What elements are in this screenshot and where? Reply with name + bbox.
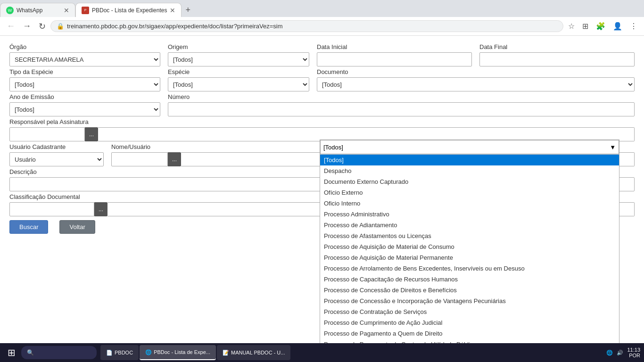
chevron-down-icon: ▼ [610,144,616,151]
taskbar-time: 11:13 POR [627,347,640,358]
tab-whatsapp[interactable]: W WhatsApp ✕ [0,3,75,17]
taskbar-app[interactable]: 🌐 PBDoc - Lista de Expe... [140,345,216,360]
origem-label: Origem [168,43,309,50]
tab-pbdoc[interactable]: P PBDoc - Lista de Expedientes ✕ [75,3,182,17]
data-final-label: Data Final [479,43,635,50]
tipo-especie-label: Tipo da Espécie [9,68,160,75]
dropdown-item[interactable]: Processo de Concessão e Incorporação de … [320,296,619,306]
dropdown-item[interactable]: Documento Externo Capturado [320,176,619,187]
back-button[interactable]: ← [4,19,18,33]
usuario-cadastrante-label: Usuário Cadastrante [9,143,104,150]
dropdown-item[interactable]: Processo de Aquisição de Material Perman… [320,252,619,263]
whatsapp-tab-icon: W [6,7,14,14]
orgao-select[interactable]: SECRETARIA AMARELA [9,52,160,66]
usuario-cadastrante-select[interactable]: Usuário [9,152,104,166]
dropdown-item[interactable]: [Todos] [320,155,619,165]
app-icon: 📝 [223,350,229,356]
bookmark-button[interactable]: ☆ [565,20,578,33]
orgao-label: Órgão [9,43,160,50]
buscar-button[interactable]: Buscar [9,220,48,234]
form-row-3: Ano de Emissão [Todos] Número [9,93,635,116]
start-button[interactable]: ⊞ [4,345,19,360]
classificacao-browse-button[interactable]: ... [94,202,107,216]
documento-dropdown-selected[interactable]: [Todos] ▼ [320,140,619,154]
new-tab-button[interactable]: + [182,3,194,17]
numero-group: Número [168,93,635,116]
especie-label: Espécie [168,68,309,75]
usuario-cadastrante-group: Usuário Cadastrante Usuário [9,143,104,166]
reload-button[interactable]: ↻ [36,19,49,33]
tab-pbdoc-close[interactable]: ✕ [170,7,175,14]
ano-emissao-select[interactable]: [Todos] [9,102,160,116]
tipo-especie-select[interactable]: [Todos] [9,77,160,91]
dropdown-item[interactable]: Processo de Adiantamento [320,220,619,230]
especie-select[interactable]: [Todos] [168,77,309,91]
app-icon: 📄 [106,350,113,356]
data-final-group: Data Final [479,43,635,66]
nome-usuario-browse-button[interactable]: ... [168,152,181,166]
dropdown-item[interactable]: Processo de Pagamento a Quem de Direito [320,328,619,339]
search-icon: 🔍 [27,349,34,356]
dropdown-item[interactable]: Processo Administrativo [320,209,619,220]
tipo-especie-group: Tipo da Espécie [Todos] [9,68,160,91]
taskbar-right: 🌐 🔊 11:13 POR [606,347,640,358]
data-inicial-input[interactable] [317,52,472,66]
origem-select[interactable]: [Todos] [168,52,309,66]
page-content: Órgão SECRETARIA AMARELA Origem [Todos] … [0,36,644,343]
address-bar[interactable]: 🔒 treinamento.pbdoc.pb.gov.br/sigaex/app… [50,20,563,32]
app-label: PBDoc - Lista de Expe... [154,349,210,355]
documento-dropdown: [Todos] ▼ [Todos]DespachoDocumento Exter… [320,140,619,343]
dropdown-item[interactable]: Processo de Afastamentos ou Licenças [320,230,619,241]
form-row-2: Tipo da Espécie [Todos] Espécie [Todos] … [9,68,635,91]
tab-bar: W WhatsApp ✕ P PBDoc - Lista de Expedien… [0,0,644,17]
dropdown-item[interactable]: Ofício Externo [320,187,619,198]
tab-whatsapp-label: WhatsApp [17,7,61,14]
tab-pbdoc-label: PBDoc - Lista de Expedientes [92,7,167,14]
taskbar-app[interactable]: 📝 MANUAL PBDOC - U... [217,345,291,360]
app-label: PBDOC [115,350,133,355]
responsavel-label: Responsável pela Assinatura [9,118,635,125]
data-inicial-label: Data Inicial [317,43,472,50]
dropdown-item[interactable]: Processo de Pagamento de Contas de Utili… [320,339,619,343]
responsavel-group: Responsável pela Assinatura ... [9,118,635,141]
documento-dropdown-list: [Todos]DespachoDocumento Externo Captura… [320,154,619,343]
nome-usuario-input[interactable] [111,152,168,166]
menu-button[interactable]: ⋮ [627,20,640,33]
documento-group: Documento [Todos] [317,68,635,91]
numero-input[interactable] [168,102,635,116]
dropdown-item[interactable]: Oficio Interno [320,198,619,209]
nav-bar: ← → ↻ 🔒 treinamento.pbdoc.pb.gov.br/siga… [0,17,644,36]
user-profile-button[interactable]: 👤 [610,20,625,33]
dropdown-item[interactable]: Processo de Concessão de Direitos e Bene… [320,285,619,296]
responsavel-input[interactable] [9,127,85,141]
app-label: MANUAL PBDOC - U... [231,350,285,355]
profile-extensions-button[interactable]: ⊞ [579,20,591,33]
tab-whatsapp-close[interactable]: ✕ [64,7,69,14]
nav-icons: ☆ ⊞ 🧩 👤 ⋮ [565,20,640,33]
classificacao-input[interactable] [9,202,94,216]
voltar-button[interactable]: Voltar [59,220,95,234]
responsavel-browse-button[interactable]: ... [85,127,98,141]
app-icon: 🌐 [145,349,152,355]
origem-group: Origem [Todos] [168,43,309,66]
ano-emissao-label: Ano de Emissão [9,93,160,100]
network-icon: 🌐 [606,350,613,356]
form-row-4: Responsável pela Assinatura ... [9,118,635,141]
data-final-input[interactable] [479,52,635,66]
taskbar-app[interactable]: 📄 PBDOC [100,345,139,360]
taskbar-search[interactable]: 🔍 [21,346,97,359]
form-row-1: Órgão SECRETARIA AMARELA Origem [Todos] … [9,43,635,66]
dropdown-item[interactable]: Processo de Cumprimento de Ação Judicial [320,317,619,328]
dropdown-item[interactable]: Processo de Arrolamento de Bens Excedent… [320,263,619,274]
dropdown-item[interactable]: Processo de Aquisição de Material de Con… [320,241,619,252]
forward-button[interactable]: → [20,19,34,33]
documento-select[interactable]: [Todos] [317,77,635,91]
address-text: treinamento.pbdoc.pb.gov.br/sigaex/app/e… [67,23,557,30]
dropdown-item[interactable]: Processo de Contratação de Serviços [320,306,619,317]
browser-window: W WhatsApp ✕ P PBDoc - Lista de Expedien… [0,0,644,362]
documento-label: Documento [317,68,635,75]
extensions-button[interactable]: 🧩 [593,20,608,33]
dropdown-item[interactable]: Processo de Capacitação de Recursos Huma… [320,274,619,285]
dropdown-item[interactable]: Despacho [320,165,619,176]
taskbar-apps: 📄 PBDOC🌐 PBDoc - Lista de Expe...📝 MANUA… [100,345,604,360]
